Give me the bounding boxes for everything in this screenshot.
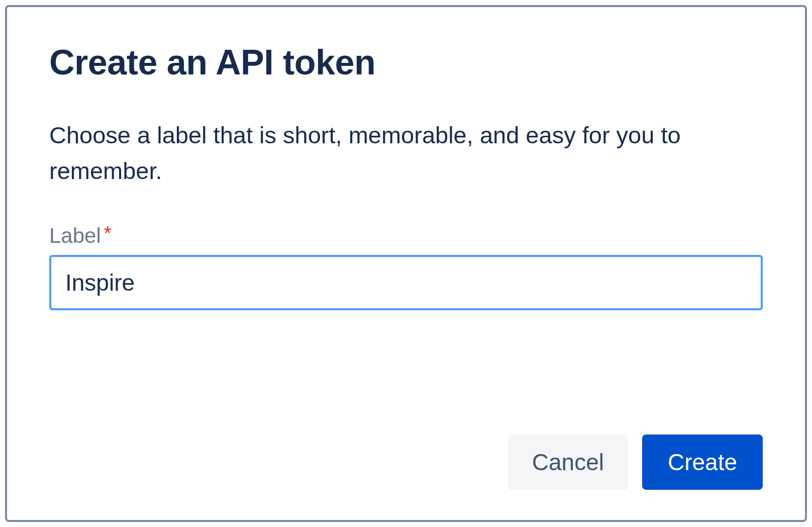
create-button[interactable]: Create xyxy=(642,434,763,490)
dialog-description: Choose a label that is short, memorable,… xyxy=(49,118,753,189)
create-api-token-dialog: Create an API token Choose a label that … xyxy=(5,5,807,522)
cancel-button[interactable]: Cancel xyxy=(508,434,628,490)
dialog-button-row: Cancel Create xyxy=(49,414,763,490)
required-asterisk-icon: * xyxy=(104,223,112,244)
label-input[interactable] xyxy=(49,255,763,310)
label-field-row: Label * xyxy=(49,224,763,248)
dialog-title: Create an API token xyxy=(49,42,763,82)
label-field-label: Label xyxy=(49,224,101,248)
